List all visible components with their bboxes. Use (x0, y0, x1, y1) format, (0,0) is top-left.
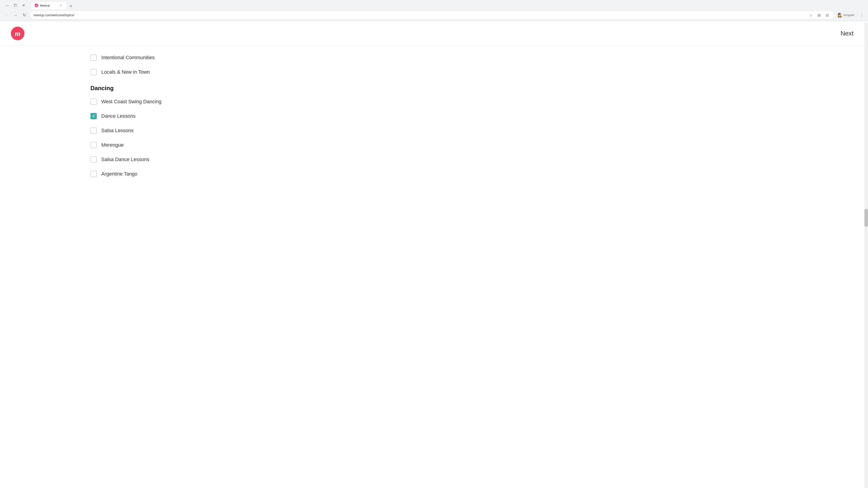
browser-tab[interactable]: m Meetup × (31, 1, 67, 9)
intentional-communities-checkbox[interactable] (90, 55, 97, 61)
logo-letter: m (15, 29, 21, 38)
split-icon: ⊟ (826, 13, 829, 18)
forward-icon: → (13, 13, 18, 18)
menu-icon: ⋮ (860, 13, 864, 18)
list-item: Intentional Communities (90, 51, 778, 65)
scrollbar[interactable] (864, 23, 868, 487)
salsa-lessons-label: Salsa Lessons (101, 128, 133, 133)
dancing-section-header: Dancing (90, 79, 778, 94)
argentine-tango-label: Argentine Tango (101, 171, 137, 177)
list-item: Argentine Tango (90, 167, 778, 181)
forward-button[interactable]: → (12, 11, 19, 19)
meetup-logo: m (11, 27, 24, 40)
locals-new-in-town-label: Locals & New in Town (101, 69, 150, 75)
community-section: Intentional Communities Locals & New in … (90, 51, 778, 79)
incognito-label: Incognito (843, 13, 855, 17)
argentine-tango-checkbox[interactable] (90, 171, 97, 177)
incognito-indicator: 🕵 Incognito (836, 12, 856, 19)
merengue-checkbox[interactable] (90, 142, 97, 148)
bookmark-button[interactable]: ☆ (808, 12, 814, 18)
close-window-button[interactable]: ✕ (20, 2, 27, 9)
logo-circle: m (11, 27, 24, 40)
browser-chrome: — ⧠ ✕ m Meetup × + ← → ↻ mee (0, 0, 868, 21)
address-bar-icons: ☆ ⊞ ⊟ (808, 12, 830, 18)
star-icon: ☆ (809, 13, 812, 18)
scrollbar-thumb[interactable] (864, 209, 868, 227)
reload-button[interactable]: ↻ (21, 11, 28, 19)
maximize-button[interactable]: ⧠ (12, 2, 19, 9)
tab-close-button[interactable]: × (59, 3, 63, 7)
tab-favicon: m (35, 4, 38, 7)
topics-list: Intentional Communities Locals & New in … (0, 46, 868, 181)
list-item: Locals & New in Town (90, 65, 778, 79)
browser-menu-button[interactable]: ⋮ (858, 11, 865, 19)
locals-new-in-town-checkbox[interactable] (90, 69, 97, 75)
page-content: m Next Intentional Communities Locals & … (0, 21, 868, 487)
back-button[interactable]: ← (3, 11, 10, 19)
list-item: Salsa Lessons (90, 123, 778, 138)
tab-bar: — ⧠ ✕ m Meetup × + (0, 0, 868, 9)
list-item: West Coast Swing Dancing (90, 94, 778, 109)
title-bar: — ⧠ ✕ m Meetup × + (2, 0, 866, 9)
merengue-label: Merengue (101, 142, 124, 148)
dancing-section: Dancing West Coast Swing Dancing Dance L… (90, 79, 778, 181)
salsa-dance-lessons-checkbox[interactable] (90, 156, 97, 163)
list-item: Salsa Dance Lessons (90, 152, 778, 167)
west-coast-swing-label: West Coast Swing Dancing (101, 99, 161, 105)
split-view-button[interactable]: ⊟ (824, 12, 830, 18)
dance-lessons-checkbox[interactable] (90, 113, 97, 119)
minimize-button[interactable]: — (4, 2, 11, 9)
west-coast-swing-checkbox[interactable] (90, 98, 97, 105)
incognito-icon: 🕵 (837, 13, 842, 18)
next-button[interactable]: Next (837, 28, 857, 39)
address-bar[interactable]: meetup.com/welcome/topics/ ☆ ⊞ ⊟ (30, 11, 834, 19)
dance-lessons-label: Dance Lessons (101, 113, 135, 119)
salsa-dance-lessons-label: Salsa Dance Lessons (101, 157, 149, 162)
list-item: Merengue (90, 138, 778, 152)
url-text: meetup.com/welcome/topics/ (33, 13, 74, 17)
reload-icon: ↻ (23, 13, 26, 18)
new-tab-button[interactable]: + (68, 3, 74, 9)
address-bar-row: ← → ↻ meetup.com/welcome/topics/ ☆ ⊞ ⊟ (0, 9, 868, 21)
back-icon: ← (4, 13, 8, 18)
intentional-communities-label: Intentional Communities (101, 55, 155, 61)
window-controls: — ⧠ ✕ (4, 2, 27, 9)
extensions-button[interactable]: ⊞ (816, 12, 822, 18)
salsa-lessons-checkbox[interactable] (90, 127, 97, 134)
extensions-icon: ⊞ (817, 13, 820, 18)
page-header: m Next (0, 21, 868, 46)
tab-title: Meetup (40, 4, 57, 7)
list-item: Dance Lessons (90, 109, 778, 123)
